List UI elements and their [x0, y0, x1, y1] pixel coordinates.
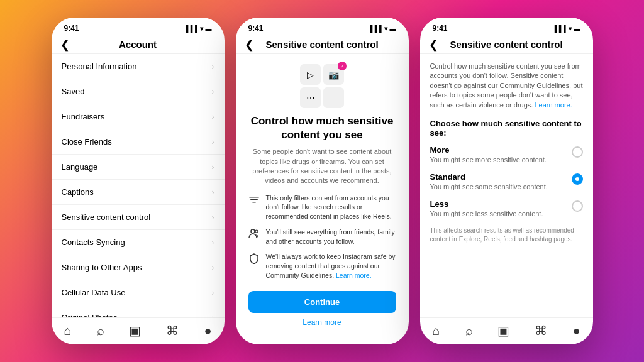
status-icons-1: ▐▐▐ ▾ ▬	[184, 25, 211, 32]
home-icon[interactable]: ⌂	[432, 324, 440, 338]
shop-icon[interactable]: ⌘	[166, 323, 179, 338]
home-icon[interactable]: ⌂	[64, 324, 71, 338]
option-standard-text: Standard You might see some sensitive co…	[430, 172, 548, 190]
profile-icon[interactable]: ●	[204, 324, 211, 338]
radio-standard[interactable]	[572, 173, 583, 185]
item-label: Close Friends	[62, 137, 112, 146]
item-label: Saved	[62, 87, 85, 96]
icon-cell-grid: ⋯	[300, 87, 321, 108]
item-label: Cellular Data Use	[62, 288, 126, 297]
list-item[interactable]: Captions ›	[52, 180, 225, 205]
back-button-3[interactable]: ❮	[429, 38, 438, 52]
list-item[interactable]: Close Friends ›	[52, 129, 225, 155]
bottom-nav-1: ⌂ ⌕ ▣ ⌘ ●	[52, 317, 225, 344]
svg-rect-2	[252, 202, 256, 203]
list-item[interactable]: Sharing to Other Apps ›	[52, 255, 225, 280]
list-item[interactable]: Fundraisers ›	[52, 104, 225, 129]
bottom-nav-3: ⌂ ⌕ ▣ ⌘ ●	[420, 317, 593, 344]
svg-point-4	[255, 230, 258, 233]
chevron-icon: ›	[212, 288, 214, 297]
learn-more-link-p3[interactable]: Learn more.	[535, 101, 572, 109]
nav-title-1: Account	[119, 39, 157, 50]
status-time-1: 9:41	[64, 24, 79, 33]
option-less-label: Less	[430, 199, 543, 209]
feature-text-2: You'll still see everything from friends…	[266, 228, 396, 246]
phone3-description: Control how much sensitive content you s…	[430, 62, 583, 110]
list-item[interactable]: Saved ›	[52, 79, 225, 104]
signal-icon: ▐▐▐	[368, 25, 381, 32]
svg-point-3	[251, 229, 255, 233]
status-time-2: 9:41	[248, 24, 264, 33]
search-icon[interactable]: ⌕	[465, 324, 473, 338]
radio-less[interactable]	[572, 200, 583, 212]
icon-cell-play: ▷	[300, 64, 321, 85]
sensitive-content-icon-area: ▷ 📷 ✓ ⋯ □	[300, 64, 344, 108]
battery-icon: ▬	[574, 25, 580, 32]
chevron-icon: ›	[212, 163, 214, 172]
battery-icon: ▬	[390, 25, 396, 32]
chevron-icon: ›	[212, 188, 214, 197]
item-label: Sensitive content control	[62, 212, 151, 222]
wifi-icon: ▾	[200, 25, 203, 32]
status-time-3: 9:41	[433, 24, 448, 33]
item-label: Personal Information	[62, 62, 137, 71]
option-less[interactable]: Less You might see less sensitive conten…	[430, 199, 583, 217]
settings-list: Personal Information › Saved › Fundraise…	[52, 54, 225, 317]
item-label: Original Photos	[62, 313, 118, 317]
feature-item-2: You'll still see everything from friends…	[248, 228, 396, 246]
back-button-1[interactable]: ❮	[60, 38, 70, 52]
item-label: Sharing to Other Apps	[62, 263, 142, 272]
chevron-icon: ›	[212, 112, 214, 121]
chevron-icon: ›	[212, 238, 214, 247]
radio-more[interactable]	[572, 146, 583, 158]
list-item[interactable]: Sensitive content control ›	[52, 205, 225, 230]
search-icon[interactable]: ⌕	[97, 324, 104, 338]
phone-2: 9:41 ▐▐▐ ▾ ▬ ❮ Sensitive content control…	[236, 18, 409, 344]
svg-rect-1	[250, 199, 258, 200]
shop-icon[interactable]: ⌘	[535, 323, 547, 338]
feature-text-3: We'll always work to keep Instagram safe…	[266, 252, 396, 280]
people-icon	[248, 228, 260, 242]
learn-more-link[interactable]: Learn more	[303, 318, 341, 327]
phone3-content: Control how much sensitive content you s…	[420, 54, 593, 317]
feature-item-3: We'll always work to keep Instagram safe…	[248, 252, 396, 280]
list-item[interactable]: Contacts Syncing ›	[52, 230, 225, 255]
feature-list: This only filters content from accounts …	[248, 194, 396, 287]
chevron-icon: ›	[212, 62, 214, 71]
item-label: Fundraisers	[62, 112, 105, 121]
reels-icon[interactable]: ▣	[497, 323, 509, 338]
icon-cell-shop: □	[323, 87, 344, 108]
nav-bar-2: ❮ Sensitive content control	[236, 35, 409, 54]
option-standard[interactable]: Standard You might see some sensitive co…	[430, 172, 583, 190]
phone-1: 9:41 ▐▐▐ ▾ ▬ ❮ Account Personal Informat…	[52, 18, 225, 344]
chevron-icon: ›	[212, 138, 214, 146]
feature-item-1: This only filters content from accounts …	[248, 194, 396, 221]
nav-bar-1: ❮ Account	[52, 35, 225, 54]
phone-3: 9:41 ▐▐▐ ▾ ▬ ❮ Sensitive content control…	[420, 18, 593, 344]
list-item[interactable]: Cellular Data Use ›	[52, 280, 225, 305]
list-item[interactable]: Personal Information ›	[52, 54, 225, 79]
phone2-description: Some people don't want to see content ab…	[248, 147, 396, 186]
feature-text-1: This only filters content from accounts …	[266, 194, 396, 221]
status-icons-3: ▐▐▐ ▾ ▬	[552, 25, 580, 32]
nav-title-3: Sensitive content control	[450, 39, 562, 50]
phone2-content: ▷ 📷 ✓ ⋯ □ Control how much sensitive con…	[236, 54, 409, 344]
nav-title-2: Sensitive content control	[265, 39, 378, 50]
shield-icon	[248, 253, 260, 266]
item-label: Contacts Syncing	[62, 238, 125, 247]
learn-more-link-inline[interactable]: Learn more.	[336, 272, 372, 279]
signal-icon: ▐▐▐	[184, 25, 197, 32]
phone2-heading: Control how much sensitive content you s…	[248, 114, 396, 142]
wifi-icon: ▾	[384, 25, 387, 32]
back-button-2[interactable]: ❮	[245, 38, 254, 52]
wifi-icon: ▾	[569, 25, 572, 32]
list-item[interactable]: Original Photos ›	[52, 305, 225, 317]
item-label: Language	[62, 162, 98, 172]
reels-icon[interactable]: ▣	[129, 323, 141, 338]
phone3-footer-note: This affects search results as well as r…	[430, 226, 583, 244]
option-more[interactable]: More You might see more sensitive conten…	[430, 145, 583, 163]
status-icons-2: ▐▐▐ ▾ ▬	[368, 25, 396, 32]
list-item[interactable]: Language ›	[52, 155, 225, 180]
continue-button[interactable]: Continue	[248, 291, 396, 313]
profile-icon[interactable]: ●	[572, 324, 580, 338]
